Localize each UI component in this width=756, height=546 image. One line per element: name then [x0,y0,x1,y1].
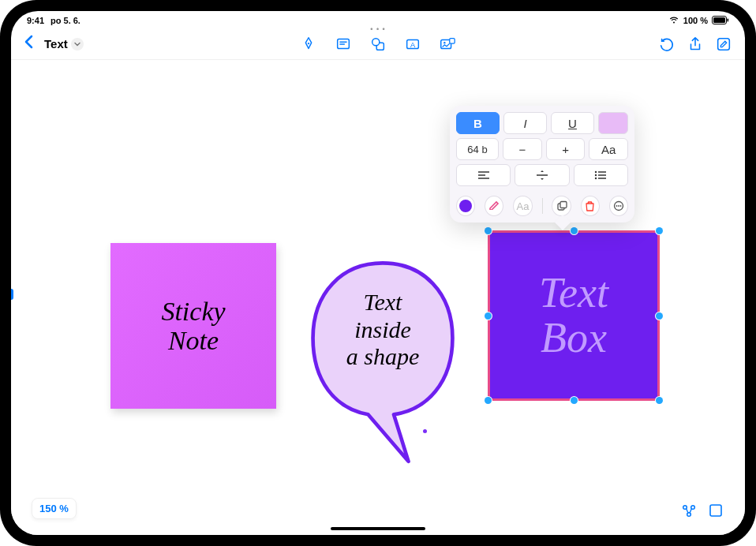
anchor-dot [423,429,427,433]
selection-handle[interactable] [571,227,578,234]
format-popover: B I U 64 b − + Aa [450,106,634,223]
svg-point-33 [687,513,691,517]
underline-button[interactable]: U [551,112,594,134]
sticky-note-tool-button[interactable] [335,36,352,53]
svg-rect-26 [560,202,567,208]
svg-point-3 [308,42,309,43]
text-style-button[interactable]: Aa [513,196,532,216]
minimap-icon[interactable] [707,502,724,519]
notch-dots: • • • [370,25,385,33]
font-size-display[interactable]: 64 b [456,138,499,160]
svg-line-34 [687,509,689,514]
status-time: 9:41 [27,16,44,25]
svg-point-30 [619,205,621,207]
font-options-button[interactable]: Aa [589,138,628,160]
duplicate-button[interactable] [552,196,571,216]
textbox-object-selected[interactable]: Text Box [488,230,660,401]
list-button[interactable] [574,164,628,186]
share-button[interactable] [687,36,704,53]
sticky-note-text: Sticky Note [161,297,225,356]
textbox-tool-button[interactable]: A [404,36,421,53]
svg-rect-2 [728,18,729,21]
battery-icon [712,16,729,26]
status-date: po 5. 6. [51,16,80,25]
bold-button[interactable]: B [456,112,500,134]
selection-handle[interactable] [571,397,578,404]
speech-bubble-object[interactable]: Text inside a shape [300,257,466,470]
back-button[interactable] [24,35,33,53]
align-vertical-center-button[interactable] [515,164,569,186]
top-toolbar: Text A [11,28,745,60]
home-indicator [331,527,425,530]
svg-point-19 [595,171,597,173]
wifi-icon [668,16,679,26]
svg-rect-1 [713,17,725,23]
font-size-decrease-button[interactable]: − [503,138,542,160]
svg-rect-13 [450,38,455,43]
svg-text:A: A [410,40,416,48]
selection-handle[interactable] [656,397,663,404]
selection-handle[interactable] [656,227,663,234]
textbox-text: Text Box [539,271,608,360]
svg-point-20 [595,174,597,176]
align-left-button[interactable] [456,164,511,186]
svg-rect-14 [718,38,730,50]
selection-handle[interactable] [485,227,492,234]
canvas[interactable]: Sticky Note Text inside a shape Text Box [11,60,745,535]
pen-tool-button[interactable] [300,36,317,53]
speech-bubble-text: Text inside a shape [300,289,466,371]
svg-point-21 [595,178,597,179]
sticky-note-object[interactable]: Sticky Note [110,243,276,409]
side-indicator [11,289,13,300]
more-options-button[interactable] [609,196,628,216]
document-title: Text [44,37,68,50]
delete-button[interactable] [581,196,600,216]
font-size-increase-button[interactable]: + [546,138,586,160]
svg-line-35 [690,509,692,514]
edit-button[interactable] [715,36,732,53]
shapes-tool-button[interactable] [369,36,387,53]
italic-button[interactable]: I [503,112,547,134]
battery-pct: 100 % [683,16,708,25]
svg-point-12 [443,41,445,43]
svg-point-29 [618,205,619,207]
selection-handle[interactable] [485,312,492,320]
zoom-level-button[interactable]: 150 % [32,498,77,519]
status-bar: 9:41 po 5. 6. • • • 100 % [11,11,745,28]
collaboration-icon[interactable] [680,502,698,519]
svg-rect-36 [710,505,721,516]
image-tool-button[interactable] [439,36,456,53]
selection-handle[interactable] [485,397,492,404]
svg-point-8 [372,38,380,45]
text-color-swatch[interactable] [598,112,628,134]
undo-button[interactable] [658,36,676,53]
selection-handle[interactable] [656,312,663,320]
svg-point-28 [616,205,617,207]
chevron-down-icon [71,38,84,50]
stroke-color-button[interactable] [485,196,503,216]
document-title-button[interactable]: Text [44,37,84,50]
fill-color-button[interactable] [456,196,475,216]
